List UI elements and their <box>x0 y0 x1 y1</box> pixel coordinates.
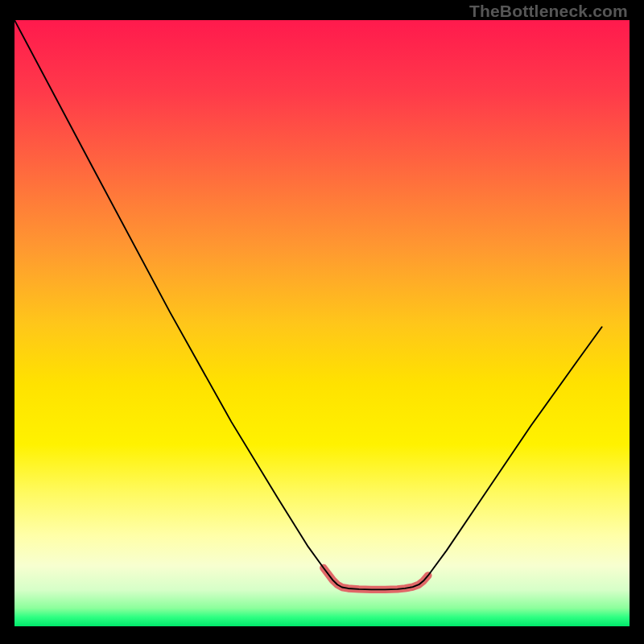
chart-svg <box>14 20 630 626</box>
chart-frame: TheBottleneck.com <box>0 0 644 644</box>
plot-region <box>14 20 630 626</box>
watermark-text: TheBottleneck.com <box>469 2 628 21</box>
curve-line <box>14 20 602 589</box>
